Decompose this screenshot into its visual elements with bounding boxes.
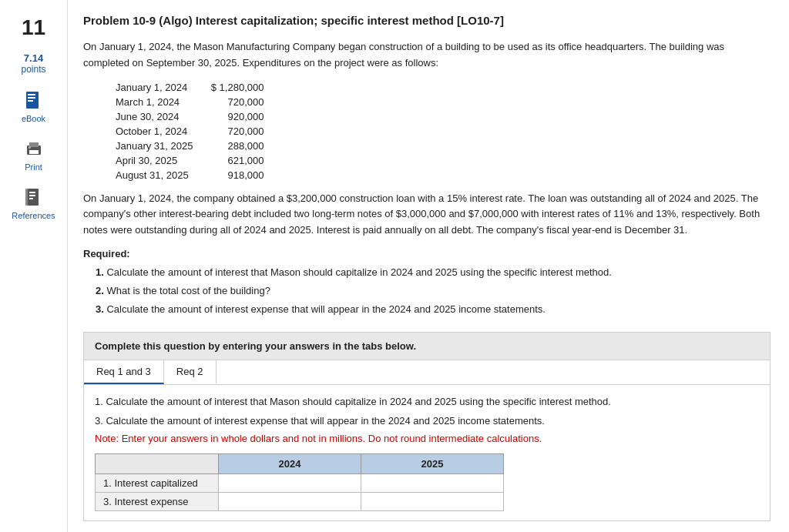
references-label: References <box>12 211 55 220</box>
exp-amount: 918,000 <box>200 169 270 182</box>
expenditure-row: March 1, 2024720,000 <box>116 95 270 109</box>
exp-date: October 1, 2024 <box>116 125 199 138</box>
required-item: 2. What is the total cost of the buildin… <box>96 283 771 299</box>
answer-row-0: 1. Interest capitalized <box>96 473 504 492</box>
tabs-instruction: Complete this question by entering your … <box>84 333 770 360</box>
svg-rect-7 <box>29 146 31 149</box>
expenditure-row: January 31, 2025288,000 <box>116 139 270 152</box>
answer-header-2: 2025 <box>361 453 504 473</box>
expenditures-table: January 1, 2024$ 1,280,000March 1, 20247… <box>114 79 271 183</box>
svg-rect-9 <box>28 189 39 206</box>
svg-rect-3 <box>28 100 33 102</box>
main-content: Problem 10-9 (Algo) Interest capitalizat… <box>68 0 789 532</box>
answer-input-cell-1-1[interactable] <box>361 492 504 510</box>
answer-input-cell-1-0[interactable] <box>219 492 361 510</box>
expenditure-row: June 30, 2024920,000 <box>116 110 270 123</box>
points-label: points <box>21 64 45 75</box>
svg-rect-12 <box>29 198 33 199</box>
loan-text: On January 1, 2024, the company obtained… <box>83 191 771 239</box>
svg-rect-6 <box>29 150 39 154</box>
exp-amount: 720,000 <box>200 95 270 109</box>
tab-line1: 1. Calculate the amount of interest that… <box>95 394 759 410</box>
points-value: 7.14 <box>21 52 45 64</box>
tab-line2: 3. Calculate the amount of interest expe… <box>95 413 759 430</box>
tab-req13[interactable]: Req 1 and 3 <box>84 360 164 384</box>
svg-rect-1 <box>28 94 35 95</box>
expenditure-row: January 1, 2024$ 1,280,000 <box>116 81 270 94</box>
sidebar-item-references[interactable]: References <box>12 186 55 220</box>
tab-req2[interactable]: Req 2 <box>164 360 217 384</box>
exp-amount: 288,000 <box>200 139 270 152</box>
answer-input-0-1[interactable] <box>361 474 503 492</box>
exp-date: April 30, 2025 <box>116 154 199 167</box>
problem-title: Problem 10-9 (Algo) Interest capitalizat… <box>83 12 771 28</box>
ebook-label: eBook <box>22 114 45 123</box>
answer-input-1-0[interactable] <box>219 493 361 510</box>
svg-rect-2 <box>28 97 35 99</box>
sidebar-item-ebook[interactable]: eBook <box>22 89 45 123</box>
answer-table: 20242025 1. Interest capitalized3. Inter… <box>95 453 504 511</box>
exp-date: March 1, 2024 <box>116 95 199 109</box>
required-item: 3. Calculate the amount of interest expe… <box>96 301 771 318</box>
expenditure-row: April 30, 2025621,000 <box>116 154 270 167</box>
required-label: Required: <box>83 248 771 259</box>
book-icon <box>22 89 45 112</box>
tabs-outer: Complete this question by entering your … <box>83 332 771 521</box>
print-icon <box>22 137 45 160</box>
answer-table-wrapper: 20242025 1. Interest capitalized3. Inter… <box>95 453 759 511</box>
problem-intro: On January 1, 2024, the Mason Manufactur… <box>83 39 771 72</box>
points-box: 7.14 points <box>21 52 45 75</box>
answer-row-1: 3. Interest expense <box>96 492 504 510</box>
exp-date: January 1, 2024 <box>116 81 199 94</box>
required-section: Required: 1. Calculate the amount of int… <box>83 248 771 318</box>
expenditure-row: August 31, 2025918,000 <box>116 169 270 182</box>
required-item: 1. Calculate the amount of interest that… <box>96 264 771 281</box>
svg-rect-10 <box>29 192 35 193</box>
svg-rect-5 <box>29 142 39 147</box>
tabs-nav: Req 1 and 3Req 2 <box>84 360 770 385</box>
exp-amount: 621,000 <box>200 154 270 167</box>
answer-input-cell-0-0[interactable] <box>219 473 361 492</box>
print-label: Print <box>25 162 42 172</box>
references-icon <box>22 186 45 209</box>
required-list: 1. Calculate the amount of interest that… <box>83 264 771 318</box>
sidebar-item-print[interactable]: Print <box>22 137 45 172</box>
answer-header-0 <box>96 453 219 473</box>
answer-row-label-1: 3. Interest expense <box>96 492 219 510</box>
answer-input-0-0[interactable] <box>219 474 361 492</box>
answer-input-cell-0-1[interactable] <box>361 473 504 492</box>
tab-note: Note: Enter your answers in whole dollar… <box>95 433 759 444</box>
exp-amount: 920,000 <box>200 110 270 123</box>
tab-content: 1. Calculate the amount of interest that… <box>84 385 770 520</box>
problem-number: 11 <box>0 9 67 52</box>
exp-date: August 31, 2025 <box>116 169 199 182</box>
exp-date: June 30, 2024 <box>116 110 199 123</box>
answer-input-1-1[interactable] <box>361 493 503 510</box>
answer-row-label-0: 1. Interest capitalized <box>96 473 219 492</box>
svg-rect-11 <box>29 195 35 196</box>
answer-header-1: 2024 <box>219 453 361 473</box>
exp-date: January 31, 2025 <box>116 139 199 152</box>
sidebar: 11 7.14 points eBook <box>0 0 68 532</box>
exp-amount: $ 1,280,000 <box>200 81 270 94</box>
exp-amount: 720,000 <box>200 125 270 138</box>
expenditure-row: October 1, 2024720,000 <box>116 125 270 138</box>
